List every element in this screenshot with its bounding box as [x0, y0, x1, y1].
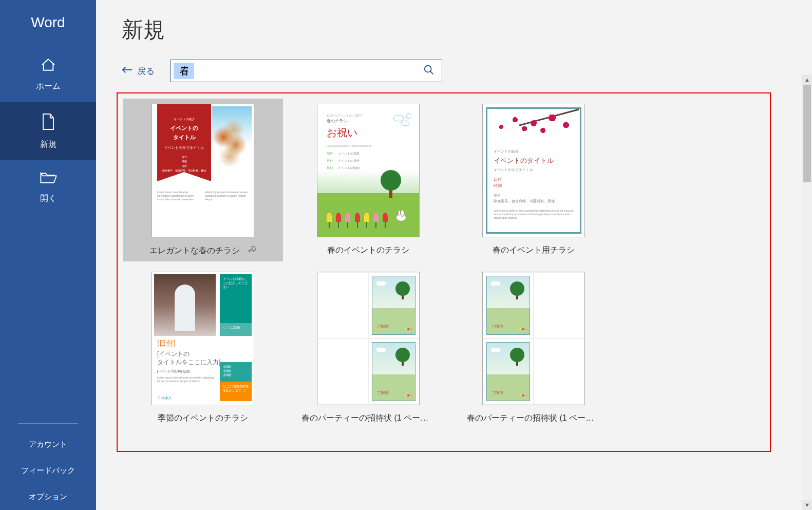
template-card[interactable]: 12 月のイベントのご案内 春のチラシ お祝い Lorem ipsum dolo…: [293, 104, 443, 256]
search-button[interactable]: [416, 60, 442, 82]
arrow-left-icon: [122, 66, 133, 77]
nav-home-label: ホーム: [36, 81, 61, 92]
sidebar: Word ホーム 新規 開く: [0, 0, 96, 510]
nav-home[interactable]: ホーム: [0, 46, 96, 102]
template-label: 春のイベントのチラシ: [301, 245, 435, 256]
template-thumbnail: イベントの紹介 イベントのタイトル イベントのサブタイトル 日付 時刻 場所 郵…: [482, 104, 585, 237]
nav-open[interactable]: 開く: [0, 160, 96, 214]
scroll-up-icon[interactable]: ▲: [802, 74, 812, 85]
template-thumbnail: ご招待 ご招待: [317, 272, 420, 405]
template-thumbnail: 12 月のイベントのご案内 春のチラシ お祝い Lorem ipsum dolo…: [317, 104, 420, 237]
template-card[interactable]: ご招待 ご招待: [293, 272, 443, 424]
nav-new-label: 新規: [40, 139, 56, 150]
template-card[interactable]: イベントの紹介 イベントのタイトル イベントのサブタイトル 日付 時刻 場所 郵…: [459, 104, 609, 256]
scroll-thumb[interactable]: [803, 85, 811, 182]
main-content: 新規 戻る: [96, 0, 812, 510]
template-card[interactable]: イベントの紹介 イベントの タイトル イベントのサブタイトル 日付 時刻 場所 …: [123, 99, 283, 261]
template-thumbnail: イベントの紹介 イベントの タイトル イベントのサブタイトル 日付 時刻 場所 …: [152, 104, 254, 237]
nav-feedback[interactable]: フィードバック: [0, 458, 96, 484]
svg-point-0: [425, 66, 431, 72]
app-title: Word: [0, 0, 96, 46]
scroll-down-icon[interactable]: ▼: [802, 500, 812, 510]
search-box: [170, 60, 442, 82]
back-label: 戻る: [137, 65, 155, 77]
template-label: 春のパーティーの招待状 (1 ページあたり 2 枚): [467, 413, 600, 424]
template-label: エレガントな春のチラシ: [149, 245, 240, 256]
template-card[interactable]: ご招待 ご招待: [459, 272, 609, 424]
sidebar-divider: [18, 423, 78, 424]
svg-point-3: [406, 114, 411, 119]
svg-point-1: [393, 115, 404, 121]
cloud-icon: [391, 112, 411, 127]
search-icon: [423, 64, 435, 75]
document-icon: [41, 112, 56, 133]
template-card[interactable]: イベント詳細をここに記入してください [ここに場所] [日付] [イベントのタイ…: [128, 272, 278, 424]
nav-options[interactable]: オプション: [0, 484, 96, 510]
template-thumbnail: ご招待 ご招待: [482, 272, 585, 405]
search-input[interactable]: [174, 63, 194, 79]
scrollbar[interactable]: ▲ ▼: [802, 74, 812, 510]
folder-open-icon: [40, 171, 57, 187]
home-icon: [40, 56, 56, 75]
template-label: 春のイベント用チラシ: [467, 245, 600, 256]
results-area: イベントの紹介 イベントの タイトル イベントのサブタイトル 日付 時刻 場所 …: [117, 92, 771, 452]
template-label: 春のパーティーの招待状 (1 ページあたり 2 枚): [301, 413, 435, 424]
nav-account[interactable]: アカウント: [0, 431, 96, 458]
pin-icon[interactable]: [248, 245, 257, 256]
svg-point-2: [401, 121, 409, 126]
back-button[interactable]: 戻る: [122, 65, 155, 77]
template-label: 季節のイベントのチラシ: [136, 413, 270, 424]
page-title: 新規: [122, 15, 791, 44]
template-thumbnail: イベント詳細をここに記入してください [ここに場所] [日付] [イベントのタイ…: [152, 272, 254, 405]
nav-new[interactable]: 新規: [0, 102, 96, 160]
nav-open-label: 開く: [40, 193, 56, 204]
